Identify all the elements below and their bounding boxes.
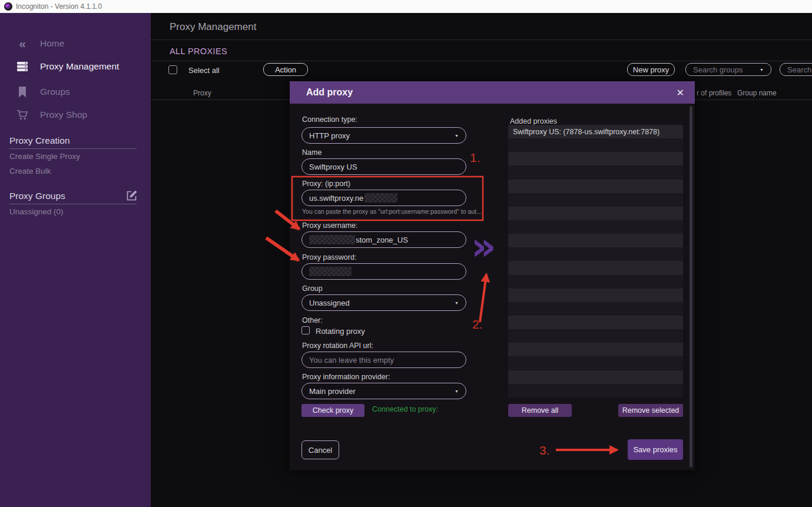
collapse-sidebar-icon[interactable]: « [15, 38, 29, 49]
added-proxy-empty-row [508, 384, 683, 397]
added-proxy-empty-row [508, 207, 683, 220]
table-header-profiles: r of profiles [697, 89, 731, 97]
divider [9, 148, 137, 149]
proxy-username-label: Proxy username: [302, 221, 357, 230]
provider-select[interactable]: Main provider ▼ [301, 383, 466, 399]
added-proxy-empty-row [508, 165, 683, 179]
proxy-ip-port-input[interactable]: us.swiftproxy.ne [301, 190, 466, 206]
redacted-password [309, 267, 352, 276]
sidebar-item-proxy-shop[interactable]: Proxy Shop [0, 107, 151, 122]
proxy-password-label: Proxy password: [302, 253, 356, 261]
username-value: stom_zone_US [356, 236, 408, 244]
added-proxy-empty-row [508, 329, 683, 343]
divider [151, 61, 812, 61]
proxy-username-input[interactable]: stom_zone_US [301, 231, 466, 248]
rotating-proxy-label: Rotating proxy [316, 327, 365, 336]
divider [151, 39, 812, 40]
cancel-button[interactable]: Cancel [301, 440, 339, 459]
sidebar-item-home[interactable]: « Home [0, 36, 151, 51]
added-proxies-list: Swiftproxy US: (7878-us.swiftproxy.net:7… [508, 125, 683, 397]
sidebar-item-unassigned-group[interactable]: Unassigned (0) [9, 207, 64, 216]
save-proxies-button[interactable]: Save proxies [628, 439, 683, 460]
bookmark-icon [15, 87, 29, 98]
rotation-api-label: Proxy rotation API url: [302, 342, 373, 350]
search-groups-placeholder: Search groups [693, 65, 743, 74]
connection-type-label: Connection type: [302, 115, 357, 124]
all-proxies-heading: ALL PROXIES [170, 47, 227, 56]
proxy-ip-port-label: Proxy: (ip:port) [302, 180, 350, 188]
added-proxy-empty-row [508, 247, 683, 261]
added-proxy-text: Swiftproxy US: (7878-us.swiftproxy.net:7… [513, 128, 659, 136]
modal-header: Add proxy ✕ [290, 81, 695, 104]
redacted-username [309, 235, 355, 244]
name-value: Swiftproxy US [309, 163, 357, 171]
group-value: Unassigned [309, 299, 350, 307]
new-proxy-button[interactable]: New proxy [627, 63, 675, 76]
edit-groups-icon[interactable] [125, 190, 138, 204]
name-label: Name [302, 148, 322, 157]
sidebar-item-groups[interactable]: Groups [0, 84, 151, 100]
proxy-password-input[interactable] [301, 263, 466, 280]
sidebar-item-label: Proxy Management [40, 61, 119, 72]
connection-type-select[interactable]: HTTP proxy ▼ [301, 127, 466, 144]
added-proxy-empty-row [508, 138, 683, 152]
connection-type-value: HTTP proxy [309, 131, 350, 140]
add-proxy-modal: Add proxy ✕ Connection type: HTTP proxy … [290, 81, 695, 470]
added-proxy-empty-row [508, 275, 683, 289]
check-proxy-button[interactable]: Check proxy [301, 404, 364, 417]
search-groups-dropdown[interactable]: Search groups ▼ [685, 63, 771, 76]
added-proxy-empty-row [508, 316, 683, 329]
sidebar-item-label: Home [40, 38, 64, 49]
close-icon[interactable]: ✕ [677, 87, 684, 98]
modal-scrollbar[interactable] [690, 106, 692, 468]
sidebar-item-label: Proxy Shop [40, 110, 87, 120]
remove-selected-button[interactable]: Remove selected [618, 404, 683, 417]
chevron-down-icon: ▼ [760, 68, 764, 72]
divider [9, 204, 137, 204]
server-icon [15, 61, 29, 72]
added-proxy-empty-row [508, 234, 683, 247]
proxy-creation-heading: Proxy Creation [9, 135, 70, 146]
select-all-checkbox[interactable] [168, 65, 177, 74]
sidebar-item-create-bulk[interactable]: Create Bulk [9, 167, 51, 175]
rotating-proxy-checkbox[interactable] [301, 326, 310, 334]
incogniton-logo-icon [4, 2, 12, 11]
remove-all-button[interactable]: Remove all [508, 404, 572, 417]
added-proxy-row[interactable]: Swiftproxy US: (7878-us.swiftproxy.net:7… [508, 125, 683, 138]
app-window: Incogniton - Version 4.1.1.0 « Home Prox… [0, 0, 812, 507]
window-title: Incogniton - Version 4.1.1.0 [16, 2, 102, 11]
name-input[interactable]: Swiftproxy US [301, 158, 466, 175]
cart-icon [15, 110, 29, 120]
rotation-api-placeholder: You can leave this empty [309, 356, 394, 364]
added-proxies-label: Added proxies [510, 117, 557, 125]
chevron-down-icon: ▼ [455, 301, 459, 305]
added-proxy-empty-row [508, 302, 683, 316]
table-header-group-name: Group name [737, 89, 777, 97]
proxy-check-status: Connected to proxy: [372, 405, 438, 413]
proxy-paste-hint: You can paste the proxy as "url:port:use… [302, 208, 482, 215]
added-proxy-empty-row [508, 289, 683, 302]
table-header-proxy: Proxy [193, 89, 211, 97]
chevron-down-icon: ▼ [455, 134, 459, 138]
rotation-api-input[interactable]: You can leave this empty [301, 352, 466, 368]
sidebar-item-label: Groups [40, 87, 70, 97]
added-proxy-empty-row [508, 180, 683, 193]
redacted-proxy-host [364, 193, 397, 203]
sidebar: « Home Proxy Management Groups Proxy Sho… [0, 13, 151, 507]
added-proxy-empty-row [508, 152, 683, 165]
added-proxy-empty-row [508, 220, 683, 234]
search-tags-placeholder: Search ta [787, 65, 812, 74]
proxy-groups-heading: Proxy Groups [9, 191, 65, 201]
provider-value: Main provider [309, 387, 356, 396]
group-select[interactable]: Unassigned ▼ [301, 294, 466, 311]
group-label: Group [302, 284, 323, 293]
added-proxy-empty-row [508, 193, 683, 207]
search-tags-input[interactable]: Search ta [780, 63, 812, 76]
added-proxy-empty-row [508, 370, 683, 384]
sidebar-item-proxy-management[interactable]: Proxy Management [0, 59, 151, 74]
action-button[interactable]: Action [263, 63, 308, 76]
added-proxy-empty-row [508, 261, 683, 274]
select-all-label: Select all [188, 66, 220, 75]
chevron-down-icon: ▼ [455, 389, 459, 393]
sidebar-item-create-single-proxy[interactable]: Create Single Proxy [9, 152, 80, 161]
